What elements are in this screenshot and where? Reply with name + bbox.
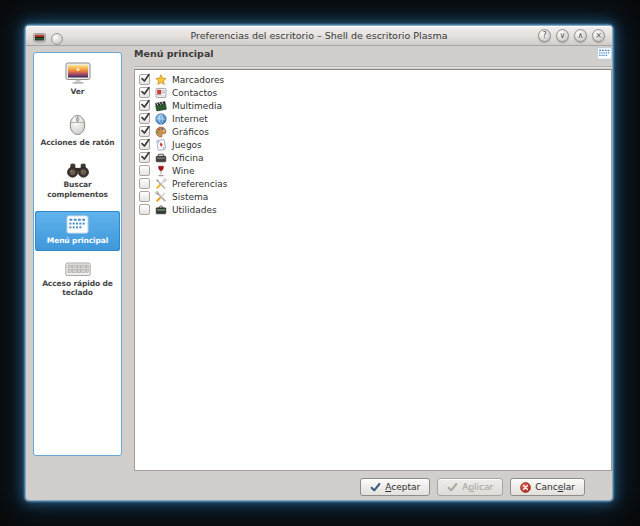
keyboard-icon <box>37 262 118 277</box>
minimize-button[interactable]: ∨ <box>556 29 569 42</box>
games-icon <box>155 139 167 151</box>
sidebar-item-label: Acceso rápido de teclado <box>39 279 117 298</box>
close-button[interactable]: × <box>592 29 605 42</box>
checkbox-checked[interactable] <box>139 100 150 111</box>
menu-item-label: Wine <box>172 166 194 176</box>
contacts-icon <box>155 87 167 99</box>
header-separator <box>134 66 612 68</box>
menu-item-row: Preferencias <box>139 177 611 190</box>
monitor-icon <box>37 62 118 85</box>
menu-item-label: Multimedia <box>172 101 222 111</box>
footer-buttons: Aceptar Aplicar <box>360 478 585 496</box>
menu-item-row: Sistema <box>139 190 611 203</box>
checkbox-unchecked[interactable] <box>139 178 150 189</box>
menu-item-row: Utilidades <box>139 203 611 216</box>
app-icon <box>33 29 46 48</box>
sidebar-item-label: Acciones de ratón <box>39 138 117 148</box>
binoculars-icon <box>37 163 118 178</box>
menu-item-label: Preferencias <box>172 179 227 189</box>
window-title: Preferencias del escritorio – Shell de e… <box>96 26 542 46</box>
utilities-icon <box>155 204 167 216</box>
multimedia-icon <box>155 100 167 112</box>
menu-item-label: Sistema <box>172 192 208 202</box>
checkbox-checked[interactable] <box>139 74 150 85</box>
checkbox-unchecked[interactable] <box>139 204 150 215</box>
cancel-icon <box>520 482 531 493</box>
page-title: Menú principal <box>134 48 214 59</box>
menu-item-row: Marcadores <box>139 73 611 86</box>
menu-item-list: Marcadores Contactos Multimedia Internet… <box>134 69 612 471</box>
sidebar-item-buscar-complementos[interactable]: Buscar complementos <box>35 159 120 204</box>
checkbox-checked[interactable] <box>139 126 150 137</box>
titlebar[interactable]: Preferencias del escritorio – Shell de e… <box>26 26 612 46</box>
menu-item-row: Multimedia <box>139 99 611 112</box>
mouse-icon <box>37 113 118 136</box>
checkbox-checked[interactable] <box>139 113 150 124</box>
sidebar-item-menu-principal[interactable]: Menú principal <box>35 211 120 251</box>
accept-button-label: Aceptar <box>385 482 420 492</box>
sidebar-item-label: Menú principal <box>39 236 117 246</box>
sidebar-item-acciones-de-raton[interactable]: Acciones de ratón <box>35 109 120 153</box>
help-button[interactable]: ? <box>538 29 551 42</box>
menu-item-label: Juegos <box>172 140 202 150</box>
menu-item-row: Contactos <box>139 86 611 99</box>
menu-item-label: Marcadores <box>172 75 224 85</box>
system-icon <box>155 191 167 203</box>
menu-item-row: Oficina <box>139 151 611 164</box>
apply-button[interactable]: Aplicar <box>437 478 503 496</box>
sidebar-item-acceso-rapido-de-teclado[interactable]: Acceso rápido de teclado <box>35 258 120 303</box>
menu-item-label: Oficina <box>172 153 203 163</box>
menu-grid-icon <box>597 47 612 60</box>
internet-icon <box>155 113 167 125</box>
cancel-button-label: Cancelar <box>535 482 575 492</box>
menu-item-row: Gráficos <box>139 125 611 138</box>
menu-grid-icon <box>37 215 118 234</box>
accept-button[interactable]: Aceptar <box>360 478 430 496</box>
apply-check-icon <box>447 482 458 493</box>
accept-check-icon <box>370 482 381 493</box>
sidebar: Ver Acciones de ratón Buscar complemento… <box>33 52 122 456</box>
checkbox-unchecked[interactable] <box>139 165 150 176</box>
desktop-background: Preferencias del escritorio – Shell de e… <box>0 0 640 526</box>
preferences-icon <box>155 178 167 190</box>
window-menu-button[interactable] <box>51 33 63 45</box>
office-icon <box>155 152 167 164</box>
apply-button-label: Aplicar <box>462 482 493 492</box>
cancel-button[interactable]: Cancelar <box>510 478 585 496</box>
star-icon <box>155 74 167 86</box>
settings-window: Preferencias del escritorio – Shell de e… <box>25 25 613 501</box>
checkbox-checked[interactable] <box>139 152 150 163</box>
maximize-button[interactable]: ∧ <box>574 29 587 42</box>
sidebar-item-ver[interactable]: Ver <box>35 58 120 102</box>
checkbox-unchecked[interactable] <box>139 191 150 202</box>
content-header: Menú principal <box>134 45 612 62</box>
graphics-icon <box>155 126 167 138</box>
menu-item-label: Utilidades <box>172 205 217 215</box>
sidebar-item-label: Ver <box>39 87 117 97</box>
menu-item-row: Juegos <box>139 138 611 151</box>
menu-item-label: Internet <box>172 114 208 124</box>
menu-item-row: Internet <box>139 112 611 125</box>
sidebar-item-label: Buscar complementos <box>39 180 117 199</box>
menu-item-label: Gráficos <box>172 127 209 137</box>
wine-icon <box>155 165 167 177</box>
menu-item-label: Contactos <box>172 88 217 98</box>
checkbox-checked[interactable] <box>139 87 150 98</box>
checkbox-checked[interactable] <box>139 139 150 150</box>
menu-item-row: Wine <box>139 164 611 177</box>
